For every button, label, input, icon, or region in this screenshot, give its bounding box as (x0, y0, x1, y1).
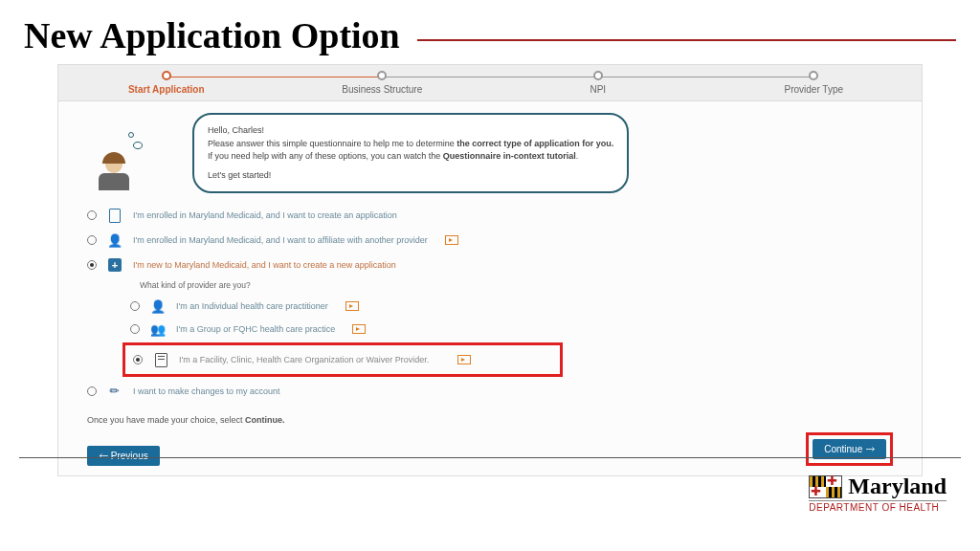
speech-line: Please answer this simple questionnaire … (208, 138, 613, 151)
radio-icon[interactable] (87, 386, 97, 396)
radio-icon[interactable] (133, 355, 143, 364)
assistant-row: Hello, Charles! Please answer this simpl… (87, 113, 893, 193)
radio-icon[interactable] (87, 260, 97, 270)
footer-rule (19, 457, 961, 458)
video-badge-icon[interactable] (345, 301, 359, 311)
footnote: Once you have made your choice, select C… (87, 415, 893, 425)
video-badge-icon[interactable] (352, 324, 366, 334)
option-enrolled-create[interactable]: I'm enrolled in Maryland Medicaid, and I… (87, 203, 893, 228)
person-icon: 👤 (149, 298, 167, 315)
building-icon (152, 351, 169, 368)
speech-line: Let's get started! (208, 169, 613, 183)
plus-icon: + (106, 256, 123, 274)
step-dot-icon (377, 71, 387, 80)
video-badge-icon[interactable] (457, 355, 471, 364)
progress-bar: Start Application Business Structure NPI… (58, 65, 922, 101)
radio-icon[interactable] (87, 235, 97, 245)
sub-option-individual[interactable]: 👤 I'm an Individual health care practiti… (130, 295, 893, 318)
sub-options: 👤 I'm an Individual health care practiti… (130, 295, 893, 377)
group-icon: 👥 (149, 320, 167, 338)
button-row: 🡐 Previous Continue 🡒 (87, 432, 893, 466)
pencil-icon: ✎ (102, 379, 126, 403)
speech-bubble: Hello, Charles! Please answer this simpl… (192, 113, 629, 193)
thought-bubble-icon (125, 132, 143, 149)
option-make-changes[interactable]: ✎ I want to make changes to my account (87, 379, 893, 404)
step-npi[interactable]: NPI (490, 65, 706, 100)
step-connector (167, 77, 383, 77)
slide-title: New Application Option (0, 0, 980, 64)
option-label: I'm enrolled in Maryland Medicaid, and I… (133, 235, 428, 245)
option-label: I'm new to Maryland Medicaid, and I want… (133, 260, 396, 270)
logo-name: Maryland (848, 474, 947, 499)
option-label: I'm a Facility, Clinic, Health Care Orga… (179, 355, 429, 364)
speech-line: If you need help with any of these optio… (208, 150, 613, 164)
option-enrolled-affiliate[interactable]: 👤 I'm enrolled in Maryland Medicaid, and… (87, 228, 893, 253)
continue-button[interactable]: Continue 🡒 (813, 439, 886, 459)
option-new-application[interactable]: + I'm new to Maryland Medicaid, and I wa… (87, 253, 893, 277)
arrow-right-icon: 🡒 (862, 444, 875, 454)
highlighted-continue: Continue 🡒 (806, 432, 893, 466)
previous-button[interactable]: 🡐 Previous (87, 446, 160, 466)
step-business-structure[interactable]: Business Structure (275, 65, 491, 100)
greeting-text: Hello, Charles! (208, 124, 613, 138)
step-connector (598, 77, 814, 77)
option-label: I'm an Individual health care practition… (176, 301, 328, 311)
step-provider-type[interactable]: Provider Type (706, 65, 923, 100)
main-options: I'm enrolled in Maryland Medicaid, and I… (87, 203, 893, 404)
application-panel: Start Application Business Structure NPI… (57, 64, 923, 476)
radio-icon[interactable] (130, 301, 140, 311)
maryland-logo: Maryland DEPARTMENT OF HEALTH (809, 474, 947, 513)
option-label: I want to make changes to my account (133, 386, 280, 396)
title-rule (417, 39, 956, 41)
highlighted-option: I'm a Facility, Clinic, Health Care Orga… (122, 342, 563, 377)
panel-content: Hello, Charles! Please answer this simpl… (58, 101, 922, 475)
radio-icon[interactable] (87, 210, 97, 220)
sub-question: What kind of provider are you? (140, 277, 893, 295)
option-label: I'm a Group or FQHC health care practice (176, 324, 335, 334)
step-dot-icon (593, 71, 603, 80)
step-connector (382, 77, 598, 77)
user-icon: 👤 (106, 231, 123, 249)
logo-department: DEPARTMENT OF HEALTH (809, 500, 947, 513)
radio-icon[interactable] (130, 324, 140, 334)
step-dot-icon (809, 71, 818, 80)
maryland-flag-icon (809, 475, 842, 498)
assistant-avatar (87, 113, 140, 190)
step-dot-icon (162, 71, 171, 80)
step-start-application[interactable]: Start Application (58, 65, 275, 100)
sub-option-group[interactable]: 👥 I'm a Group or FQHC health care practi… (130, 318, 893, 341)
document-icon (106, 207, 123, 224)
video-badge-icon[interactable] (445, 235, 458, 245)
option-label: I'm enrolled in Maryland Medicaid, and I… (133, 210, 397, 220)
arrow-left-icon: 🡐 (99, 451, 111, 461)
title-text: New Application Option (24, 14, 400, 56)
